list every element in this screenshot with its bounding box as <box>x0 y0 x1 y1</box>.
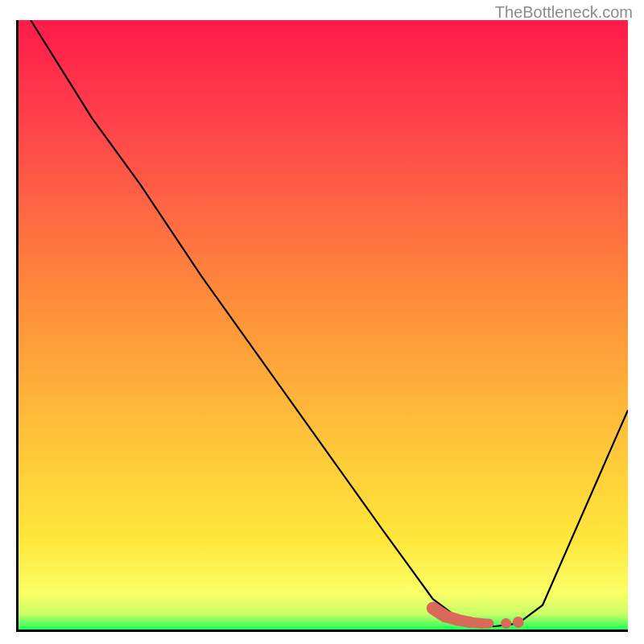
plot-area <box>16 20 628 632</box>
svg-point-8 <box>513 617 524 628</box>
marker-points <box>19 20 628 630</box>
chart-container: TheBottleneck.com <box>0 0 644 644</box>
watermark-text: TheBottleneck.com <box>495 3 633 22</box>
svg-point-7 <box>501 618 511 629</box>
